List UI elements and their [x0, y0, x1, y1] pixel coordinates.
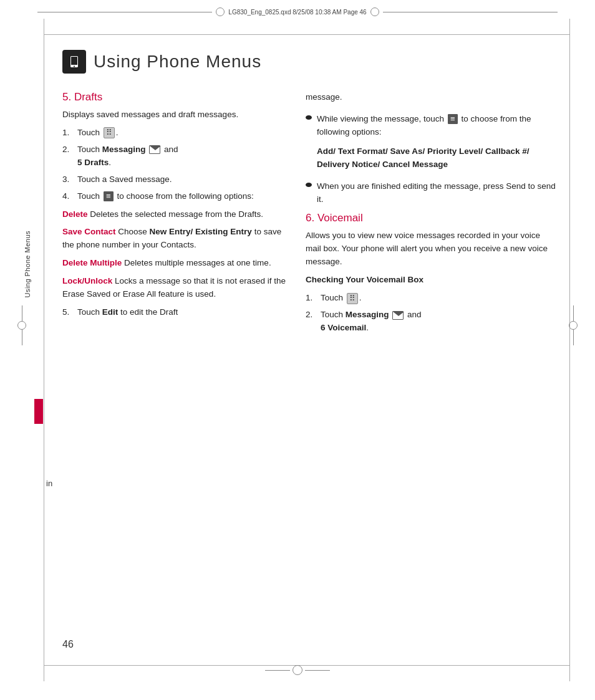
voicemail-step-1-text: Touch . — [321, 292, 362, 305]
header-bar: LG830_Eng_0825.qxd 8/25/08 10:38 AM Page… — [37, 7, 558, 16]
side-mark-right — [569, 305, 578, 345]
options-block: Delete Deletes the selected message from… — [62, 208, 287, 302]
right-rule — [569, 19, 570, 681]
grid-icon-1 — [104, 127, 115, 138]
side-mark-left — [17, 305, 26, 345]
sidebar-accent — [34, 399, 43, 424]
bullet-1: While viewing the message, touch to choo… — [306, 113, 558, 139]
step-3-text: Touch a Saved message. — [77, 173, 172, 186]
page-title: Using Phone Menus — [94, 52, 261, 72]
menu-icon-1 — [104, 191, 114, 201]
left-rule — [44, 19, 44, 681]
title-block: Using Phone Menus — [62, 50, 558, 74]
step-5-text: Touch Edit to edit the Draft — [77, 306, 178, 319]
option-delete-multiple: Delete Multiple Deletes multiple message… — [62, 257, 287, 270]
kw-save-contact: Save Contact — [62, 227, 116, 236]
section-drafts-heading: 5. Drafts — [62, 91, 287, 103]
kw-lock-unlock: Lock/Unlock — [62, 276, 112, 285]
step-1: 1. Touch . — [62, 127, 287, 140]
step-4-text: Touch to choose from the following optio… — [77, 190, 254, 203]
section-voicemail-heading: 6. Voicemail — [306, 212, 558, 224]
step-1-text: Touch . — [77, 127, 119, 140]
voicemail-sub-heading: Checking Your Voicemail Box — [306, 274, 558, 287]
bullet-dot-1 — [306, 115, 312, 120]
sub-options: Add/ Text Format/ Save As/ Priority Leve… — [317, 145, 558, 171]
page-number: 46 — [62, 639, 74, 650]
step-1-num: 1. — [62, 127, 75, 140]
voicemail-step-2-num: 2. — [306, 309, 318, 335]
bullet-2-text: When you are finished editing the messag… — [317, 180, 558, 206]
bullet-2: When you are finished editing the messag… — [306, 180, 558, 206]
phone-icon — [62, 50, 86, 74]
option-delete: Delete Deletes the selected message from… — [62, 208, 287, 221]
step-3-num: 3. — [62, 173, 75, 186]
step-5-num: 5. — [62, 306, 75, 319]
step-5: 5. Touch Edit to edit the Draft — [62, 306, 287, 319]
bottom-registration — [37, 665, 558, 675]
grid-icon-2 — [347, 293, 358, 304]
header-file-info: LG830_Eng_0825.qxd 8/25/08 10:38 AM Page… — [228, 9, 366, 16]
step-2: 2. Touch Messaging and5 Drafts. — [62, 143, 287, 170]
drafts-intro: Displays saved messages and draft messag… — [62, 108, 287, 122]
voicemail-step-1-num: 1. — [306, 292, 318, 305]
two-column-layout: 5. Drafts Displays saved messages and dr… — [62, 91, 558, 338]
voicemail-step-2: 2. Touch Messaging and6 Voicemail. — [306, 309, 558, 335]
sidebar-label: Using Phone Menus — [24, 231, 31, 298]
bullet-1-text: While viewing the message, touch to choo… — [317, 113, 558, 139]
voicemail-step-1: 1. Touch . — [306, 292, 558, 305]
env-icon-2 — [392, 311, 404, 320]
main-content: Using Phone Menus 5. Drafts Displays sav… — [62, 50, 558, 638]
header-circle-left — [216, 7, 225, 16]
header-circle-right — [370, 7, 379, 16]
voicemail-intro: Allows you to view new voice messages re… — [306, 229, 558, 269]
right-intro-continuation: message. — [306, 91, 558, 104]
step-4: 4. Touch to choose from the following op… — [62, 190, 287, 203]
right-column: message. While viewing the message, touc… — [306, 91, 558, 338]
top-rule — [44, 34, 570, 35]
step-2-text: Touch Messaging and5 Drafts. — [77, 143, 178, 170]
step-4-num: 4. — [62, 190, 75, 203]
step-3: 3. Touch a Saved message. — [62, 173, 287, 186]
step-2-num: 2. — [62, 143, 75, 170]
option-lock-unlock: Lock/Unlock Locks a message so that it i… — [62, 275, 287, 301]
left-column: 5. Drafts Displays saved messages and dr… — [62, 91, 287, 338]
option-save-contact: Save Contact Choose New Entry/ Existing … — [62, 226, 287, 252]
env-icon-1 — [149, 145, 160, 154]
kw-delete: Delete — [62, 209, 88, 219]
menu-icon-2 — [448, 114, 458, 124]
voicemail-step-2-text: Touch Messaging and6 Voicemail. — [321, 309, 422, 335]
kw-delete-multiple: Delete Multiple — [62, 258, 122, 267]
in-text: in — [46, 479, 52, 488]
bullet-dot-2 — [306, 183, 312, 187]
